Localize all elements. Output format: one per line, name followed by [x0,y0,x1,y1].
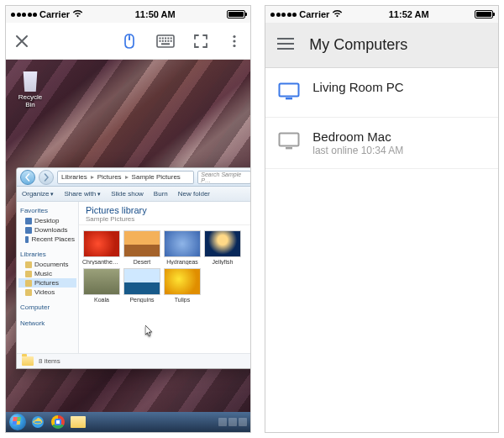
windows-logo-icon [9,414,26,430]
recycle-bin-icon [19,66,41,92]
explorer-status-bar: 8 items [17,353,250,368]
new-folder-button[interactable]: New folder [178,190,210,198]
more-vert-icon[interactable] [227,34,242,49]
sidebar-item-pictures[interactable]: Pictures [18,278,76,288]
svg-rect-20 [286,98,292,99]
phone-right-computer-list: Carrier 11:52 AM My Computers L [265,5,499,433]
svg-rect-4 [162,37,164,39]
sidebar-item-recent-places[interactable]: Recent Places [18,235,76,244]
svg-point-16 [234,44,236,46]
picture-thumbnail[interactable]: Desert [123,230,161,265]
thumbnail-image [83,268,120,295]
taskbar-ie-button[interactable] [29,414,46,430]
picture-thumbnail[interactable]: Tulips [163,268,202,303]
sidebar-item-desktop[interactable]: Desktop [18,216,76,225]
svg-point-15 [234,40,236,42]
recycle-bin-label: Recycle Bin [18,93,42,108]
close-icon[interactable] [14,34,29,49]
ie-icon [31,415,45,429]
monitor-icon [277,82,301,105]
status-time: 11:52 AM [389,9,429,19]
sidebar-item-music[interactable]: Music [18,269,76,278]
sidebar-group-libraries[interactable]: Libraries [20,251,76,258]
explorer-titlebar[interactable]: Libraries ▸ Pictures ▸ Sample Pictures S… [17,168,250,187]
breadcrumb[interactable]: Libraries ▸ Pictures ▸ Sample Pictures [57,171,194,184]
taskbar-system-tray[interactable] [218,418,247,426]
carrier-label: Carrier [299,9,329,19]
thumbnail-label: Desert [123,259,161,265]
picture-thumbnail[interactable]: Chrysanthemum [82,230,121,265]
folder-icon [71,416,86,428]
computer-row[interactable]: Bedroom Mac last online 10:34 AM [265,118,498,169]
back-button[interactable] [20,170,35,185]
thumbnail-image [164,268,201,295]
svg-rect-1 [129,36,130,40]
taskbar-explorer-button[interactable] [70,414,87,430]
breadcrumb-seg[interactable]: Sample Pictures [132,173,181,181]
sidebar-group-computer[interactable]: Computer [20,303,76,311]
computer-name: Bedroom Mac [312,129,403,144]
svg-rect-12 [171,40,172,41]
breadcrumb-seg[interactable]: Pictures [97,173,122,181]
taskbar-chrome-button[interactable] [50,414,66,430]
picture-thumbnail[interactable]: Hydrangeas [163,230,202,265]
thumbnail-grid: ChrysanthemumDesertHydrangeasJellyfishKo… [79,225,250,353]
sidebar-group-favorites[interactable]: Favorites [20,207,76,214]
thumbnail-image [204,230,241,257]
computer-row[interactable]: Living Room PC [265,68,498,118]
picture-thumbnail[interactable]: Koala [82,268,121,303]
explorer-command-bar: Organize Share with Slide show Burn New … [17,187,250,202]
library-subtitle: Sample Pictures [86,215,248,223]
sidebar-item-downloads[interactable]: Downloads [18,225,76,235]
chrome-icon [51,415,65,429]
library-title: Pictures library [86,205,248,215]
fullscreen-icon[interactable] [193,34,208,49]
mouse-icon[interactable] [121,33,138,50]
battery-icon [475,10,493,18]
sidebar-item-videos[interactable]: Videos [18,288,76,297]
explorer-content-pane: Pictures library Sample Pictures Chrysan… [79,202,250,353]
thumbnail-image [123,268,160,295]
start-button[interactable] [9,414,26,430]
slideshow-button[interactable]: Slide show [111,190,144,198]
svg-rect-22 [286,147,292,149]
chevron-right-icon: ▸ [125,173,129,181]
computer-list: Living Room PC Bedroom Mac last online 1… [265,68,498,169]
svg-rect-11 [168,40,170,41]
svg-rect-10 [165,40,166,41]
share-with-menu[interactable]: Share with [64,190,101,198]
ios-status-bar: Carrier 11:50 AM [6,6,250,23]
windows-taskbar[interactable] [6,412,250,432]
thumbnail-image [164,230,201,257]
burn-button[interactable]: Burn [154,190,168,198]
phone-left-remote-session: Carrier 11:50 AM [5,5,251,433]
picture-thumbnail[interactable]: Penguins [123,268,161,303]
svg-rect-21 [280,134,299,146]
sidebar-group-network[interactable]: Network [20,319,76,327]
remote-desktop-view[interactable]: Recycle Bin Libraries ▸ Pictures ▸ [6,60,250,432]
svg-rect-8 [160,40,161,41]
thumbnail-label: Koala [82,297,121,303]
wifi-icon [72,9,83,19]
desktop-recycle-bin[interactable]: Recycle Bin [13,66,48,108]
organize-menu[interactable]: Organize [22,190,54,198]
battery-icon [227,10,245,18]
computer-name: Living Room PC [312,80,403,94]
forward-button[interactable] [39,170,54,185]
explorer-window[interactable]: Libraries ▸ Pictures ▸ Sample Pictures S… [16,167,250,369]
chevron-right-icon: ▸ [91,173,94,181]
breadcrumb-seg[interactable]: Libraries [61,173,87,181]
thumbnail-label: Jellyfish [203,259,242,265]
explorer-search-input[interactable]: Search Sample P… [197,171,250,184]
sidebar-item-documents[interactable]: Documents [18,260,76,269]
explorer-nav-pane: Favorites Desktop Downloads Recent Place… [17,202,79,353]
menu-icon[interactable] [277,38,294,53]
picture-thumbnail[interactable]: Jellyfish [203,230,242,265]
status-item-count: 8 items [39,357,60,365]
thumbnail-label: Tulips [163,297,202,303]
keyboard-icon[interactable] [156,34,175,48]
thumbnail-image [83,230,120,257]
svg-rect-9 [162,40,164,41]
signal-dots-icon [270,13,297,17]
remote-session-toolbar [6,23,250,60]
